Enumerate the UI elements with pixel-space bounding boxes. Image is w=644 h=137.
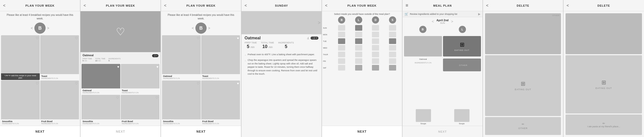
- screen-plan-week-1: < PLAN YOUR WEEK Please like at least 4 …: [0, 0, 81, 137]
- recipe-name-4: Oatmeal: [245, 36, 261, 40]
- next-arrow-3[interactable]: >: [207, 26, 212, 30]
- heart-icon-2-0[interactable]: ♥: [117, 65, 119, 69]
- recipe-card-1-3[interactable]: ♡ Fruit Bowl INGREDIENTS 5 1%: [40, 81, 79, 125]
- cell-sun-s[interactable]: [389, 25, 396, 31]
- heart-icon-2-3[interactable]: ♡: [155, 96, 158, 100]
- heart-icon-2-1[interactable]: ♥: [156, 65, 158, 69]
- back-arrow-4[interactable]: <: [245, 3, 247, 8]
- recipe-card-3-3[interactable]: ♥ Fruit Bowl INGREDIENTS 5 1%: [201, 81, 240, 125]
- footer-3[interactable]: NEXT: [161, 126, 241, 137]
- screen-delete-1: < DELETE OTHER ⊞ EATING OUT ✏ OTHER: [483, 0, 564, 137]
- eating-out-box-8[interactable]: ⊞ EATING OUT: [566, 55, 642, 113]
- recipe-card-1-2[interactable]: ♡ Smoothie INGREDIENTS 5 1%: [1, 81, 40, 125]
- servings-stepper-4[interactable]: - 2 +: [311, 37, 318, 40]
- other-area-8[interactable]: ✏ I ate pasta at my friend's place...: [566, 115, 642, 135]
- heart-icon-3-0[interactable]: ♡: [197, 36, 200, 40]
- cell-sat-d[interactable]: [372, 65, 379, 71]
- back-arrow-7[interactable]: <: [486, 3, 488, 8]
- cell-tue-b[interactable]: [338, 38, 345, 44]
- next-arrow-1[interactable]: >: [46, 26, 51, 30]
- cell-mon-s[interactable]: [389, 32, 396, 37]
- cell-sun-l[interactable]: [355, 25, 362, 31]
- recipe-card-1-1[interactable]: ♡ Toast INGREDIENTS 5 1%: [40, 35, 79, 80]
- eating-out-box-7[interactable]: ⊞ EATING OUT: [485, 55, 561, 116]
- cell-tue-l[interactable]: [355, 38, 362, 44]
- next-btn-5[interactable]: NEXT: [357, 130, 367, 133]
- recipe-card-2-1[interactable]: ♥ Toast INGREDIENTS 5 1%: [121, 64, 159, 94]
- next-nav-2[interactable]: >: [156, 29, 158, 35]
- recipe-card-2-0[interactable]: ♥ Oatmeal INGREDIENTS 5 1%: [82, 64, 120, 94]
- print-icon-4[interactable]: 🖨: [307, 37, 310, 40]
- meal-label-left-6: Oatmeal: [404, 58, 442, 61]
- cell-thur-b[interactable]: [338, 52, 345, 57]
- cell-mon-l[interactable]: [355, 32, 362, 37]
- heart-icon-1-2[interactable]: ♡: [36, 82, 39, 85]
- cell-tue-d[interactable]: [372, 38, 379, 44]
- back-arrow-3[interactable]: <: [164, 3, 166, 8]
- body-8: ⊞ EATING OUT ✏ I ate pasta at my friend'…: [564, 11, 644, 137]
- shopping-arrow-6[interactable]: ▶: [478, 12, 480, 16]
- cell-thur-s[interactable]: [389, 52, 396, 57]
- next-btn-1[interactable]: NEXT: [35, 130, 45, 133]
- recipe-card-1-0[interactable]: ♡ Oatmeal INGREDIENTS 5 1% Like to add t…: [1, 35, 40, 80]
- prev-arrow-3[interactable]: <: [190, 26, 195, 30]
- recipe-card-2-3[interactable]: ♡ Fruit Bowl INGREDIENTS 5 1%: [121, 95, 159, 125]
- s8-content: ⊞ EATING OUT ✏ I ate pasta at my friend'…: [564, 11, 644, 137]
- cell-fri-d[interactable]: [372, 58, 379, 64]
- other-box-7[interactable]: ✏ OTHER: [485, 117, 561, 135]
- cell-wed-d[interactable]: [372, 45, 379, 51]
- cell-tue-s[interactable]: [389, 38, 396, 44]
- footer-2[interactable]: NEXT: [81, 126, 160, 137]
- recipe-card-3-0[interactable]: ♡ Oatmeal INGREDIENTS 5 1%: [162, 35, 201, 80]
- heart-icon-2-2[interactable]: ♡: [116, 96, 119, 100]
- heart-icon-3-3[interactable]: ♥: [237, 82, 239, 85]
- back-arrow-1[interactable]: <: [3, 3, 5, 8]
- next-btn-3[interactable]: NEXT: [196, 130, 206, 133]
- footer-1[interactable]: NEXT: [0, 126, 80, 137]
- cell-wed-b[interactable]: [338, 45, 345, 51]
- next-btn-6[interactable]: NEXT: [403, 126, 482, 137]
- prev-arrow-1[interactable]: <: [29, 26, 34, 30]
- message-1: Please like at least 4 breakfast recipes…: [0, 11, 80, 21]
- heart-icon-3-2[interactable]: ♡: [197, 82, 200, 85]
- cell-sun-d[interactable]: [372, 25, 379, 31]
- date-prev-6[interactable]: <: [429, 19, 436, 24]
- prev-nav-2[interactable]: <: [83, 29, 85, 35]
- next-btn-2[interactable]: NEXT: [116, 130, 125, 133]
- cell-fri-b[interactable]: [338, 58, 345, 64]
- cell-fri-s[interactable]: [389, 58, 396, 64]
- cell-mon-d[interactable]: [372, 32, 379, 37]
- back-arrow-8[interactable]: <: [567, 3, 569, 8]
- cell-sat-s[interactable]: [389, 65, 396, 71]
- other-box-6[interactable]: ✏ OTHER: [443, 59, 481, 71]
- side-arrow-4[interactable]: >: [318, 20, 320, 26]
- cell-thur-l[interactable]: [355, 52, 362, 57]
- cell-sat-b[interactable]: [338, 65, 345, 71]
- plus-2[interactable]: +: [156, 54, 157, 57]
- shopping-bar-6[interactable]: 🛒 Review ingredients added to your shopp…: [403, 11, 482, 17]
- cell-sat-l[interactable]: [355, 65, 362, 71]
- cell-fri-l[interactable]: [355, 58, 362, 64]
- cell-wed-s[interactable]: [389, 45, 396, 51]
- menu-icon-6[interactable]: ≡: [406, 3, 408, 8]
- cell-wed-l[interactable]: [355, 45, 362, 51]
- minus-2[interactable]: -: [153, 54, 154, 57]
- back-arrow-2[interactable]: <: [84, 3, 86, 8]
- stepper-2[interactable]: - 2 +: [152, 54, 158, 57]
- pencil-icon-6: ✏: [457, 63, 459, 67]
- heart-icon-1-3[interactable]: ♡: [75, 82, 78, 85]
- cell-mon-b[interactable]: [338, 32, 345, 37]
- recipe-card-3-1[interactable]: ♥ Toast INGREDIENTS 5 1%: [201, 35, 240, 80]
- recipe-info-2-0: Oatmeal INGREDIENTS 5 1%: [82, 88, 120, 94]
- heart-icon-1-1[interactable]: ♡: [75, 36, 78, 40]
- footer-5[interactable]: NEXT: [322, 126, 402, 137]
- recipe-card-3-2[interactable]: ♡ Smoothie INGREDIENTS 5 1%: [162, 81, 201, 125]
- heart-icon-1-0[interactable]: ♡: [36, 36, 39, 40]
- back-arrow-5[interactable]: <: [325, 3, 327, 8]
- recipe-card-2-2[interactable]: ♡ Smoothie INGREDIENTS 5 1%: [82, 95, 120, 125]
- heart-icon-3-1[interactable]: ♥: [237, 36, 239, 40]
- date-next-6[interactable]: >: [449, 19, 456, 24]
- cell-sun-b[interactable]: [338, 25, 345, 31]
- cell-thur-d[interactable]: [372, 52, 379, 57]
- recipe-info-3-2: Smoothie INGREDIENTS 5 1%: [162, 119, 201, 125]
